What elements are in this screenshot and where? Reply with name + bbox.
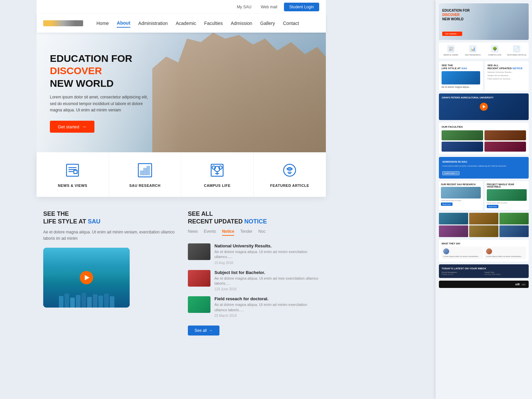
mini-lifestyle-notice: SEE THELIFE STYLE AT SAU Ae et dolore ma… xyxy=(439,61,529,91)
notice-section: SEE ALLRECENT UPDATED NOTICE News Events… xyxy=(188,210,319,335)
nav-faculties[interactable]: Faculties xyxy=(204,19,223,27)
nav-contact[interactable]: Contact xyxy=(283,19,299,27)
mini-fac-1 xyxy=(442,130,483,140)
see-all-label: See all xyxy=(195,328,207,333)
nav-about[interactable]: About xyxy=(117,19,130,28)
mini-hero-text: EDUCATION FOR DISCOVER NEW WORLD xyxy=(442,8,470,21)
hero-title: EDUCATION FOR DISCOVER NEW WORLD xyxy=(50,52,170,90)
lifestyle-description: Ae et dolore magna aliqua. Ut enim ad mi… xyxy=(43,229,175,242)
mini-play-icon xyxy=(483,105,485,108)
mini-watermark: ui8 .net xyxy=(439,281,529,288)
mini-research-box-1: OUR RECENT SAU RESEARCH Lorem ipsum dolo… xyxy=(439,181,483,210)
mini-testimonials: WHAT THEY SAY Lorem ipsum dolor sit amet… xyxy=(439,240,529,262)
lifestyle-blue: SAU xyxy=(88,218,100,225)
mini-icon-article: 📄 FEATURED ARTICLE xyxy=(506,45,527,56)
notice-item-3: Field reseach for doctoral. As at dolore… xyxy=(188,296,319,318)
mini-faculties: OUR FACULTIES xyxy=(439,123,529,154)
mini-testimonials-title: WHAT THEY SAY xyxy=(442,242,526,245)
mini-fac-4 xyxy=(484,142,526,152)
mini-lifestyle-box: SEE THELIFE STYLE AT SAU Ae et dolore ma… xyxy=(439,61,483,91)
notice-item-2: Subject list for Bachelor. Ae et dolore … xyxy=(188,270,319,291)
hero-cta-arrow: → xyxy=(82,124,86,129)
mini-icon-research: 📊 SAU RESEARCH xyxy=(462,45,483,56)
tab-events[interactable]: Events xyxy=(204,229,216,236)
tab-noc[interactable]: Noc xyxy=(258,229,265,236)
mini-avatar-2 xyxy=(486,248,492,254)
mini-research-box-2: PROJECT WHOLE YEAR VEGETABLE Lorem ipsum… xyxy=(485,181,529,210)
see-all-button[interactable]: See all → xyxy=(188,326,219,335)
lifestyle-heading: SEE THELIFE STYLE AT SAU xyxy=(43,210,175,226)
tab-news[interactable]: News xyxy=(188,229,198,236)
mini-test-1: Lorem ipsum dolor sit amet consectetur..… xyxy=(442,247,483,259)
right-preview-panel: EDUCATION FOR DISCOVER NEW WORLD Get sta… xyxy=(436,0,532,399)
notice-desc-3: As at dolore magna aliqua. Ut enim ad mi… xyxy=(214,302,319,313)
mini-gal-5 xyxy=(469,225,498,237)
mini-icon-campus: 🌳 CAMPUS LIFE xyxy=(484,45,505,56)
card-sau-research[interactable]: SAU RESEARCH xyxy=(109,152,182,197)
mini-fac-3 xyxy=(442,142,483,152)
play-button[interactable] xyxy=(80,271,93,284)
notice-date-2: 119 June 2018 xyxy=(214,287,319,291)
mini-research-btn-2[interactable]: Read more xyxy=(487,205,498,208)
feature-cards: NEWS & VIEWS SAU RESEARCH xyxy=(37,152,326,197)
mini-icon-row: 📰 NEWS & VIEWS 📊 SAU RESEARCH 🌳 CAMPUS L… xyxy=(439,43,529,59)
notice-desc-2: Ae et dolore magna aliqua. Ut enim ad me… xyxy=(214,276,319,286)
nav-admission[interactable]: Admission xyxy=(231,19,252,27)
card-news-views[interactable]: NEWS & VIEWS xyxy=(37,152,109,197)
mini-gallery xyxy=(439,213,529,237)
mini-notice-title: SEE ALLRECENT UPDATED NOTICE xyxy=(487,64,526,70)
mini-footer: TODAY'S LATEST ON YOUR INBOX Social Navi… xyxy=(439,264,529,278)
card-campus-label: CAMPUS LIFE xyxy=(204,184,230,188)
mini-gal-2 xyxy=(469,213,498,224)
mini-video-title: JOHN'S PETERS AGRICULTURAL UNIVERSITY xyxy=(442,96,493,99)
notice-item-1: National University Results. Ae et dolor… xyxy=(188,243,319,265)
notice-heading: SEE ALLRECENT UPDATED NOTICE xyxy=(188,210,319,226)
mini-hero-highlight: DISCOVER xyxy=(442,13,460,17)
notice-content-2: Subject list for Bachelor. Ae et dolore … xyxy=(214,270,319,291)
mini-article-icon: 📄 xyxy=(513,45,520,53)
mini-admission-btn[interactable]: Learn more → xyxy=(442,171,460,175)
hero-section: EDUCATION FOR DISCOVER NEW WORLD Lorem i… xyxy=(37,33,326,152)
mini-hero-btn[interactable]: Get started → xyxy=(442,32,462,36)
nav-home[interactable]: Home xyxy=(96,19,109,27)
mini-research-btn-1[interactable]: Read more xyxy=(441,202,453,206)
watermark-dot: .net xyxy=(521,283,525,286)
mini-fac-grid xyxy=(442,130,526,152)
webmail-link[interactable]: Web mail xyxy=(258,3,280,11)
mini-footer-title: TODAY'S LATEST ON YOUR INBOX xyxy=(442,267,526,270)
mini-video-section: JOHN'S PETERS AGRICULTURAL UNIVERSITY xyxy=(439,93,529,120)
mini-research-title-2: PROJECT WHOLE YEAR VEGETABLE xyxy=(487,183,527,188)
lifestyle-section: SEE THELIFE STYLE AT SAU Ae et dolore ma… xyxy=(43,210,175,335)
nav-gallery[interactable]: Gallery xyxy=(260,19,275,27)
notice-title-2: Subject list for Bachelor. xyxy=(214,270,319,275)
mini-gal-3 xyxy=(499,213,529,224)
nav-academic[interactable]: Academic xyxy=(176,19,196,27)
tab-notice[interactable]: Notice xyxy=(222,229,234,236)
notice-desc-1: Ae et dolore magna aliqua. Ut enim ad mi… xyxy=(214,249,319,260)
card-featured-article[interactable]: FEATURED ARTICLE xyxy=(254,152,326,197)
mini-hero: EDUCATION FOR DISCOVER NEW WORLD Get sta… xyxy=(439,3,529,40)
get-started-button[interactable]: Get started → xyxy=(50,121,94,133)
lifestyle-video[interactable] xyxy=(43,248,130,308)
mini-play-button[interactable] xyxy=(480,103,488,111)
svg-rect-4 xyxy=(74,170,77,174)
mini-research-img-1 xyxy=(441,187,481,199)
card-campus-life[interactable]: CAMPUS LIFE xyxy=(181,152,254,197)
notice-tabs: News Events Notice Tender Noc xyxy=(188,229,319,238)
hero-description: Lorem ipsum dolor sit amet, consectetur … xyxy=(50,94,153,113)
student-login-button[interactable]: Student Login xyxy=(284,3,319,11)
notice-date-1: 15 Aug 2018 xyxy=(214,261,319,265)
tab-tender[interactable]: Tender xyxy=(240,229,252,236)
card-news-label: NEWS & VIEWS xyxy=(58,184,87,188)
mini-gal-1 xyxy=(439,213,468,224)
mini-test-grid: Lorem ipsum dolor sit amet consectetur..… xyxy=(442,247,526,259)
mini-research-section: OUR RECENT SAU RESEARCH Lorem ipsum dolo… xyxy=(439,181,529,210)
hero-content: EDUCATION FOR DISCOVER NEW WORLD Lorem i… xyxy=(37,52,183,133)
article-icon xyxy=(281,162,298,179)
mini-faculties-title: OUR FACULTIES xyxy=(442,125,526,128)
mini-tree-icon: 🌳 xyxy=(491,45,498,53)
svg-rect-8 xyxy=(147,166,150,175)
nav-administration[interactable]: Administration xyxy=(138,19,168,27)
mini-notice-box: SEE ALLRECENT UPDATED NOTICE National Un… xyxy=(485,61,529,91)
my-sau-link[interactable]: My SAU xyxy=(234,3,254,11)
